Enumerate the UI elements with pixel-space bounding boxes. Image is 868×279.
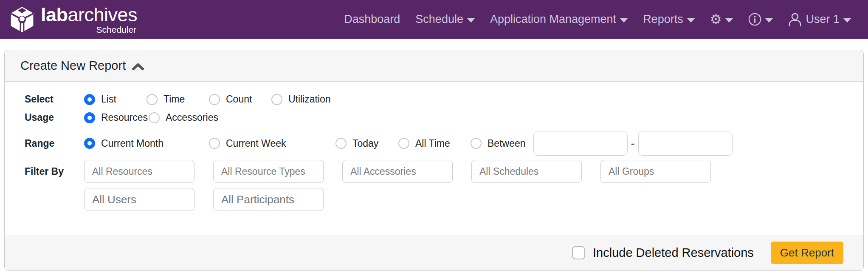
select-row-label: Select [25, 94, 84, 105]
radio-option-resources[interactable]: Resources [84, 112, 148, 123]
top-navigation-bar: labarchives Scheduler Dashboard Schedule… [0, 0, 868, 39]
panel-title: Create New Report [20, 59, 126, 73]
usage-row-label: Usage [25, 112, 84, 123]
all-users-input[interactable] [84, 188, 194, 211]
nav-user-label: User 1 [806, 13, 840, 26]
radio-option-today[interactable]: Today [335, 138, 398, 149]
all-accessories-input[interactable] [342, 160, 453, 183]
logo-subtitle: Scheduler [96, 25, 137, 34]
filter-row-2 [25, 188, 863, 211]
nav-user-menu[interactable]: User 1 [788, 12, 851, 27]
caret-down-icon [725, 18, 733, 23]
logo-text: labarchives Scheduler [41, 5, 137, 34]
labarchives-cube-icon [9, 6, 35, 33]
radio-unselected-icon [209, 138, 220, 149]
filter-row-label: Filter By [25, 166, 84, 177]
radio-option-all-time[interactable]: All Time [398, 138, 471, 149]
logo-wordmark: labarchives [41, 5, 137, 24]
radio-label: Today [352, 138, 378, 149]
filter-row-1: Filter By [25, 160, 863, 183]
panel-body: Select List Time Count Utilization Usage [5, 82, 863, 211]
between-end-date-input[interactable] [638, 131, 733, 156]
radio-unselected-icon [398, 138, 409, 149]
radio-label: List [101, 94, 116, 105]
gear-icon: ⚙︎ [710, 13, 722, 26]
radio-label: Current Month [101, 138, 163, 149]
caret-down-icon [687, 18, 695, 23]
nav-schedule-label: Schedule [415, 13, 463, 26]
nav-reports[interactable]: Reports [643, 13, 695, 26]
radio-label: Count [226, 94, 252, 105]
create-report-panel: Create New Report Select List Time Count [4, 50, 864, 271]
nav-settings-menu[interactable]: ⚙︎ [710, 13, 733, 26]
caret-down-icon [620, 18, 628, 23]
radio-selected-icon [84, 94, 95, 105]
range-row-label: Range [25, 138, 84, 149]
radio-unselected-icon [147, 94, 158, 105]
radio-option-time[interactable]: Time [147, 94, 209, 105]
all-resource-types-input[interactable] [213, 160, 324, 183]
caret-down-icon [467, 18, 475, 23]
radio-option-list[interactable]: List [84, 94, 147, 105]
panel-header-collapse[interactable]: Create New Report [5, 50, 863, 82]
all-groups-input[interactable] [600, 160, 711, 183]
radio-unselected-icon [209, 94, 220, 105]
radio-unselected-icon [149, 112, 160, 123]
include-deleted-reservations-checkbox[interactable] [572, 246, 585, 259]
radio-option-count[interactable]: Count [209, 94, 271, 105]
radio-selected-icon [84, 112, 95, 123]
nav-dashboard[interactable]: Dashboard [344, 13, 400, 26]
date-range-separator: - [631, 137, 635, 150]
nav-reports-label: Reports [643, 13, 683, 26]
nav-schedule[interactable]: Schedule [415, 13, 475, 26]
main-nav: Dashboard Schedule Application Managemen… [344, 12, 851, 27]
nav-dashboard-label: Dashboard [344, 13, 400, 26]
radio-label: Current Week [226, 138, 286, 149]
caret-down-icon [765, 18, 773, 23]
radio-option-utilization[interactable]: Utilization [271, 94, 334, 105]
chevron-up-icon[interactable] [132, 61, 144, 71]
radio-label: All Time [415, 138, 450, 149]
logo-regular-part: archives [68, 4, 138, 26]
all-resources-input[interactable] [84, 160, 194, 183]
radio-unselected-icon [335, 138, 347, 149]
radio-option-accessories[interactable]: Accessories [149, 112, 218, 123]
radio-label: Accessories [166, 112, 218, 123]
nav-application-management-label: Application Management [490, 13, 616, 26]
radio-label: Utilization [288, 94, 331, 105]
radio-label: Resources [101, 112, 148, 123]
select-row: Select List Time Count Utilization [25, 94, 863, 105]
radio-option-between[interactable]: Between [471, 138, 526, 149]
radio-unselected-icon [471, 138, 482, 149]
user-icon [788, 12, 802, 27]
nav-application-management[interactable]: Application Management [490, 13, 628, 26]
info-icon [748, 13, 761, 26]
include-deleted-reservations-label: Include Deleted Reservations [593, 246, 754, 260]
panel-footer: Include Deleted Reservations Get Report [5, 235, 863, 270]
labarchives-logo[interactable]: labarchives Scheduler [9, 5, 137, 34]
caret-down-icon [843, 18, 851, 23]
radio-label: Time [163, 94, 185, 105]
usage-row: Usage Resources Accessories [25, 112, 863, 123]
radio-label: Between [488, 138, 526, 149]
radio-unselected-icon [271, 94, 282, 105]
nav-info-menu[interactable] [748, 13, 773, 26]
all-participants-input[interactable] [213, 188, 324, 211]
between-start-date-input[interactable] [533, 131, 628, 156]
radio-option-current-month[interactable]: Current Month [84, 138, 209, 149]
radio-option-current-week[interactable]: Current Week [209, 138, 335, 149]
logo-bold-part: lab [41, 4, 68, 26]
radio-selected-icon [84, 138, 95, 149]
range-row: Range Current Month Current Week Today A… [25, 130, 863, 157]
all-schedules-input[interactable] [471, 160, 582, 183]
get-report-button[interactable]: Get Report [771, 242, 843, 264]
